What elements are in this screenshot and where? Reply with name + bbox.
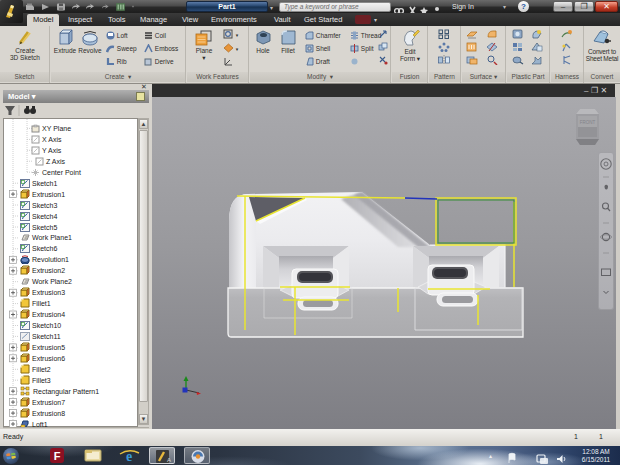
svg-text:A: A xyxy=(167,457,171,463)
svg-text:F: F xyxy=(54,450,61,462)
svg-text:FRONT: FRONT xyxy=(580,120,596,125)
